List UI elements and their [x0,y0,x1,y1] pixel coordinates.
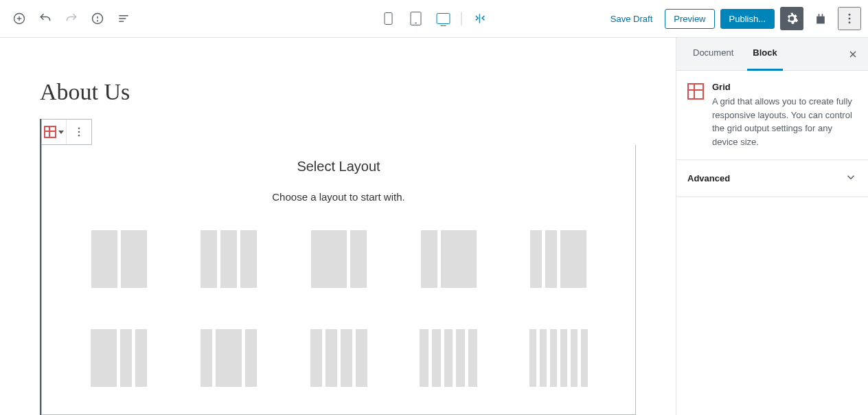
layout-column [311,230,347,288]
tablet-preview-button[interactable] [404,6,429,31]
layout-option-5[interactable] [527,230,589,288]
desktop-preview-button[interactable] [431,6,456,31]
content-structure-button[interactable] [85,6,110,31]
layout-column [120,329,132,387]
divider [461,12,462,25]
undo-button[interactable] [33,6,58,31]
desktop-icon [437,13,450,24]
chevron-down-icon [845,171,857,186]
svg-point-12 [849,21,851,23]
layout-column [530,230,542,288]
select-layout-title: Select Layout [42,159,635,175]
panel-advanced[interactable]: Advanced [676,160,868,197]
svg-point-11 [849,18,851,20]
layout-column [121,230,147,288]
svg-point-10 [849,14,851,16]
layout-column [540,329,547,387]
layout-column [91,230,117,288]
more-options-button[interactable] [838,7,861,30]
panel-title: Advanced [687,173,730,183]
layout-column [420,329,429,387]
svg-point-15 [78,135,80,136]
svg-point-13 [78,128,80,129]
layout-option-6[interactable] [88,329,150,387]
layout-column [545,230,557,288]
layout-options-grid [42,230,635,387]
redo-button[interactable] [59,6,84,31]
gear-icon [785,12,799,25]
collapse-icon [473,12,487,25]
layout-column [240,230,257,288]
layout-option-10[interactable] [527,329,589,387]
layout-column [350,230,367,288]
editor-canvas[interactable]: About Us Select Layout Choose a layout t… [0,38,676,415]
page-title[interactable]: About Us [40,79,636,105]
mobile-icon [385,12,393,25]
layout-column [356,329,367,387]
block-body: Select Layout Choose a layout to start w… [41,145,636,415]
save-draft-button[interactable]: Save Draft [604,10,659,28]
svg-rect-9 [479,14,480,23]
mobile-preview-button[interactable] [376,6,401,31]
layout-option-2[interactable] [198,230,260,288]
more-vertical-icon [843,12,856,25]
layout-column [341,329,352,387]
layout-option-4[interactable] [418,230,479,288]
block-toolbar [41,119,92,145]
settings-sidebar: Document Block Grid A grid that allows y… [676,38,868,415]
publish-button[interactable]: Publish... [720,9,775,29]
layout-column [456,329,465,387]
sidebar-close-button[interactable] [838,38,868,70]
grid-icon [687,83,704,100]
more-vertical-icon [73,126,85,138]
block-type-button[interactable] [42,120,67,144]
layout-column [550,329,557,387]
layout-option-7[interactable] [198,329,260,387]
layout-column [560,230,586,288]
tab-document[interactable]: Document [687,38,739,70]
block-description-text: A grid that allows you to create fully r… [712,95,857,148]
layout-column [91,329,117,387]
settings-button[interactable] [780,7,803,30]
layout-column [245,329,257,387]
tab-block[interactable]: Block [747,38,782,70]
block-description: Grid A grid that allows you to create fu… [676,71,868,160]
close-icon [847,49,858,60]
layout-column [135,329,147,387]
layout-option-8[interactable] [308,329,369,387]
layout-column [326,329,337,387]
top-toolbar: Save Draft Preview Publish... [0,0,868,38]
layout-column [310,329,322,387]
layout-column [201,329,212,387]
grid-icon [44,126,56,138]
layout-option-9[interactable] [418,329,479,387]
plugin-button[interactable] [809,7,832,30]
block-navigation-button[interactable] [111,6,136,31]
select-layout-subtitle: Choose a layout to start with. [42,191,635,203]
layout-column [529,329,536,387]
layout-column [468,329,477,387]
layout-column [421,230,437,288]
sidebar-header: Document Block [676,38,868,71]
layout-column [571,329,578,387]
layout-column [581,329,588,387]
layout-column [216,329,242,387]
svg-point-14 [78,131,80,133]
layout-option-3[interactable] [308,230,369,288]
layout-column [560,329,567,387]
preview-button[interactable]: Preview [665,9,714,29]
layout-option-1[interactable] [88,230,150,288]
plugin-icon [814,12,827,25]
preview-mode-button[interactable] [468,6,492,31]
layout-column [220,230,237,288]
grid-block[interactable]: Select Layout Choose a layout to start w… [40,119,636,415]
chevron-down-icon [58,131,64,134]
svg-point-5 [98,21,98,21]
tablet-icon [411,12,422,25]
block-more-button[interactable] [67,120,91,144]
block-name: Grid [712,82,857,92]
layout-column [201,230,217,288]
layout-column [432,329,441,387]
add-block-button[interactable] [7,6,32,31]
layout-column [441,230,477,288]
